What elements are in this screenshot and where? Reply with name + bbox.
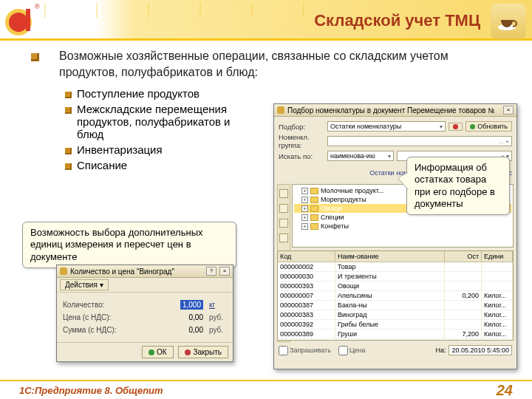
folder-icon [310, 188, 318, 194]
svg-text:®: ® [35, 3, 40, 10]
close-icon[interactable]: × [219, 267, 230, 276]
chk-price[interactable]: Цена [338, 346, 366, 355]
bullet-item: Межскладские перемещения продуктов, полу… [65, 101, 257, 142]
toggle-button[interactable] [449, 123, 463, 131]
price-unit: руб. [206, 313, 227, 321]
folder-icon [310, 223, 318, 230]
tree-tool-icon[interactable] [279, 189, 288, 198]
help-button[interactable]: ? [206, 267, 216, 276]
table-row[interactable]: 000000387Бакла-ныКилог... [278, 301, 513, 310]
chk-ask[interactable]: Запрашивать [279, 346, 331, 355]
search-label: Искать по: [279, 152, 324, 160]
qty-unit[interactable]: кг [206, 301, 227, 309]
qty-input[interactable]: 1,000 [180, 300, 203, 310]
table-row[interactable]: 000000392Грибы белыеКилог... [278, 320, 513, 330]
table-header: Код Наим-ование Ост Едини [278, 251, 513, 262]
items-table: Код Наим-ование Ост Едини 000000002Товар… [277, 250, 514, 341]
slide-title: Складской учет ТМЦ [314, 11, 480, 30]
date-field[interactable]: 20.05.2010 5:45:00 [449, 345, 512, 355]
close-button[interactable]: Закрыть [178, 346, 228, 358]
price-value: 0,00 [129, 313, 206, 322]
window-icon [277, 106, 284, 114]
folder-icon [310, 214, 318, 221]
tree-tool-icon[interactable] [279, 204, 288, 213]
qty-label: Количество: [63, 301, 129, 309]
search-by-select[interactable]: наименова-ию▾ [327, 151, 394, 161]
titlebar[interactable]: Количество и цена "Виноград" ? × [57, 265, 233, 278]
callout-text: Возможность выбора дополнительных единиц… [30, 227, 203, 262]
folder-icon [310, 197, 318, 203]
callout-units: Возможность выбора дополнительных единиц… [22, 222, 236, 268]
table-row[interactable]: 000000389Груши7,200Килог... [278, 330, 513, 339]
price-label: Цена (с НДС): [63, 313, 129, 321]
group-select[interactable]: … × [327, 136, 512, 146]
header-stripes [44, 3, 340, 18]
refresh-button[interactable]: Обновить [466, 121, 512, 132]
callout-balance: Информация об остатках товара при его по… [406, 157, 510, 215]
sum-label: Сумма (с НДС): [63, 326, 129, 334]
table-row[interactable]: 000000393Овощи [278, 282, 513, 291]
lead-text: Возможные хозяйственные операции, связан… [44, 48, 510, 80]
dialog-qty-price: Количество и цена "Виноград" ? × Действи… [56, 265, 233, 362]
podbor-select[interactable]: Остатки номенклатуры▾ [327, 121, 446, 132]
date-label: На: [435, 347, 446, 354]
table-row[interactable]: 000000002Товар [278, 262, 513, 272]
slide-footer: 1С:Предприятие 8. Общепит 24 [0, 380, 532, 399]
logo-1c: ® [4, 1, 41, 38]
product-name: 1С:Предприятие 8. Общепит [19, 385, 163, 396]
podbor-label: Подбор: [279, 123, 324, 131]
folder-icon [310, 205, 318, 212]
sum-value: 0,00 [129, 325, 206, 335]
group-label: Номенкл. группа: [279, 133, 324, 149]
ok-button[interactable]: ОК [142, 346, 174, 358]
tree-node[interactable]: +Конфеты [294, 222, 511, 231]
table-row[interactable]: 000000383ВиноградКилог... [278, 310, 513, 320]
sum-unit: руб. [206, 326, 227, 334]
table-row[interactable]: 000000007Апельсины0,200Килог... [278, 291, 513, 301]
titlebar[interactable]: Подбор номенклатуры в документ Перемещен… [274, 104, 516, 117]
coffee-icon [491, 4, 526, 39]
window-icon [60, 267, 67, 275]
close-icon[interactable]: × [503, 106, 514, 115]
window-title: Количество и цена "Виноград" [70, 267, 174, 276]
dialog-nomenclature: Подбор номенклатуры в документ Перемещен… [273, 103, 517, 369]
window-title: Подбор номенклатуры в документ Перемещен… [287, 106, 494, 115]
tree-tool-icon[interactable] [279, 219, 288, 228]
table-row[interactable]: 000000030И трезиенты [278, 272, 513, 282]
bullet-item: Поступление продуктов [65, 86, 235, 101]
slide-header: ® Складской учет ТМЦ [0, 0, 532, 41]
page-number: 24 [497, 382, 513, 399]
tree-tool-icon[interactable] [279, 233, 288, 242]
svg-rect-1 [26, 9, 30, 31]
actions-menu[interactable]: Действия ▾ [60, 279, 109, 290]
callout-text: Информация об остатках товара при его по… [415, 162, 495, 209]
